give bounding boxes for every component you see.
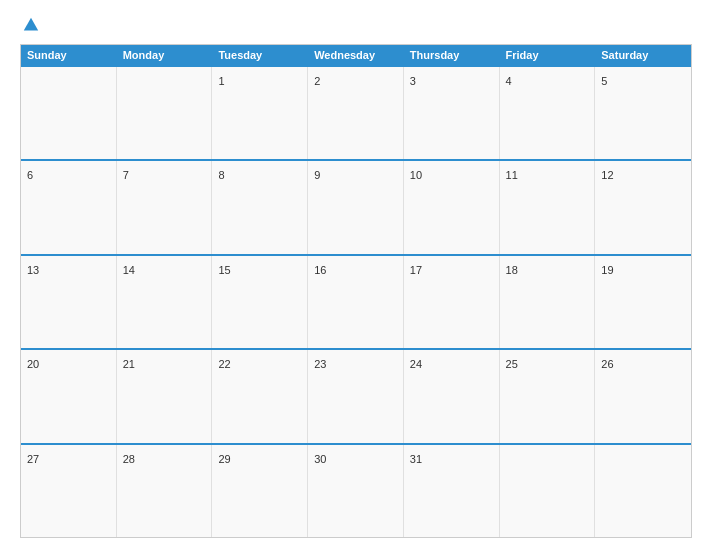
calendar-cell: 31 <box>404 445 500 537</box>
day-header-tuesday: Tuesday <box>212 45 308 65</box>
calendar-cell: 14 <box>117 256 213 348</box>
day-number: 24 <box>410 358 422 370</box>
calendar-cell: 8 <box>212 161 308 253</box>
calendar-cell: 4 <box>500 67 596 159</box>
day-number: 6 <box>27 169 33 181</box>
day-number: 3 <box>410 75 416 87</box>
logo <box>20 16 40 34</box>
day-header-saturday: Saturday <box>595 45 691 65</box>
day-number: 29 <box>218 453 230 465</box>
day-number: 11 <box>506 169 518 181</box>
day-number: 20 <box>27 358 39 370</box>
calendar: SundayMondayTuesdayWednesdayThursdayFrid… <box>20 44 692 538</box>
calendar-cell: 27 <box>21 445 117 537</box>
day-header-thursday: Thursday <box>404 45 500 65</box>
day-number: 27 <box>27 453 39 465</box>
day-number: 22 <box>218 358 230 370</box>
day-number: 9 <box>314 169 320 181</box>
calendar-cell <box>117 67 213 159</box>
calendar-cell: 15 <box>212 256 308 348</box>
calendar-cell <box>595 445 691 537</box>
page: SundayMondayTuesdayWednesdayThursdayFrid… <box>0 0 712 550</box>
day-number: 28 <box>123 453 135 465</box>
day-number: 13 <box>27 264 39 276</box>
day-number: 7 <box>123 169 129 181</box>
calendar-cell: 30 <box>308 445 404 537</box>
day-number: 31 <box>410 453 422 465</box>
calendar-cell: 28 <box>117 445 213 537</box>
day-number: 1 <box>218 75 224 87</box>
calendar-cell: 29 <box>212 445 308 537</box>
calendar-cell <box>21 67 117 159</box>
calendar-cell: 24 <box>404 350 500 442</box>
calendar-cell: 11 <box>500 161 596 253</box>
day-number: 16 <box>314 264 326 276</box>
day-number: 21 <box>123 358 135 370</box>
calendar-cell: 6 <box>21 161 117 253</box>
calendar-cell: 5 <box>595 67 691 159</box>
day-number: 15 <box>218 264 230 276</box>
calendar-week-3: 13141516171819 <box>21 254 691 348</box>
day-number: 2 <box>314 75 320 87</box>
calendar-week-2: 6789101112 <box>21 159 691 253</box>
calendar-cell: 19 <box>595 256 691 348</box>
svg-marker-0 <box>24 18 38 31</box>
day-number: 14 <box>123 264 135 276</box>
day-header-sunday: Sunday <box>21 45 117 65</box>
calendar-cell: 9 <box>308 161 404 253</box>
calendar-cell: 12 <box>595 161 691 253</box>
calendar-week-4: 20212223242526 <box>21 348 691 442</box>
day-number: 12 <box>601 169 613 181</box>
day-number: 25 <box>506 358 518 370</box>
calendar-cell: 21 <box>117 350 213 442</box>
day-number: 8 <box>218 169 224 181</box>
calendar-cell: 7 <box>117 161 213 253</box>
calendar-cell: 22 <box>212 350 308 442</box>
day-number: 17 <box>410 264 422 276</box>
day-number: 18 <box>506 264 518 276</box>
calendar-cell: 17 <box>404 256 500 348</box>
calendar-cell: 20 <box>21 350 117 442</box>
calendar-cell <box>500 445 596 537</box>
day-number: 4 <box>506 75 512 87</box>
logo-icon <box>22 16 40 34</box>
day-number: 30 <box>314 453 326 465</box>
calendar-cell: 10 <box>404 161 500 253</box>
calendar-header: SundayMondayTuesdayWednesdayThursdayFrid… <box>21 45 691 65</box>
day-number: 26 <box>601 358 613 370</box>
calendar-cell: 23 <box>308 350 404 442</box>
calendar-cell: 26 <box>595 350 691 442</box>
calendar-week-1: 12345 <box>21 65 691 159</box>
header <box>20 16 692 34</box>
day-number: 23 <box>314 358 326 370</box>
calendar-cell: 18 <box>500 256 596 348</box>
calendar-cell: 1 <box>212 67 308 159</box>
calendar-week-5: 2728293031 <box>21 443 691 537</box>
calendar-cell: 13 <box>21 256 117 348</box>
day-header-monday: Monday <box>117 45 213 65</box>
calendar-cell: 3 <box>404 67 500 159</box>
day-header-wednesday: Wednesday <box>308 45 404 65</box>
day-number: 10 <box>410 169 422 181</box>
day-number: 5 <box>601 75 607 87</box>
day-number: 19 <box>601 264 613 276</box>
calendar-cell: 16 <box>308 256 404 348</box>
calendar-body: 1234567891011121314151617181920212223242… <box>21 65 691 537</box>
day-header-friday: Friday <box>500 45 596 65</box>
calendar-cell: 25 <box>500 350 596 442</box>
calendar-cell: 2 <box>308 67 404 159</box>
